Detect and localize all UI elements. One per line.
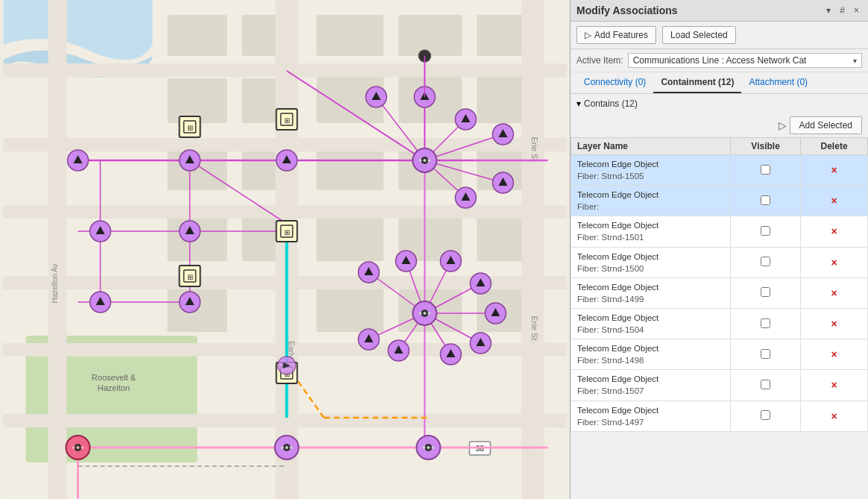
contains-header: ▾ Contains (12) xyxy=(570,94,868,113)
visible-checkbox[interactable] xyxy=(761,380,770,389)
svg-rect-36 xyxy=(48,0,67,499)
layer-name-cell: Telecom Edge ObjectFiber: Strnd-1500 xyxy=(571,247,731,277)
panel-close-btn[interactable]: × xyxy=(851,4,862,16)
delete-button[interactable]: × xyxy=(831,195,837,207)
contains-label: Contains (12) xyxy=(584,98,638,109)
tab-attachment[interactable]: Attachment (0) xyxy=(741,72,815,93)
svg-point-150 xyxy=(72,446,75,449)
svg-rect-18 xyxy=(317,213,384,261)
svg-point-155 xyxy=(281,446,284,449)
add-selected-label: Add Selected xyxy=(799,120,852,131)
visible-checkbox-cell[interactable] xyxy=(731,277,801,308)
visible-checkbox[interactable] xyxy=(761,287,770,297)
visible-checkbox[interactable] xyxy=(761,349,770,359)
active-item-dropdown[interactable]: Communications Line : Access Network Cat… xyxy=(628,53,862,68)
table-row[interactable]: Telecom Edge ObjectFiber: Strnd-1499× xyxy=(571,277,868,308)
svg-rect-31 xyxy=(4,138,567,151)
table-body: Telecom Edge ObjectFiber: Strnd-1505×Tel… xyxy=(571,155,868,432)
table-row[interactable]: Telecom Edge ObjectFiber: Strnd-1500× xyxy=(571,247,868,277)
layer-name-cell: Telecom Edge ObjectFiber: xyxy=(571,186,731,216)
panel-content[interactable]: ▾ Contains (12) ▷ Add Selected Layer Nam… xyxy=(570,94,868,499)
svg-text:⊞: ⊞ xyxy=(187,124,193,132)
table-row[interactable]: Telecom Edge ObjectFiber: Strnd-1505× xyxy=(571,155,868,186)
delete-cell[interactable]: × xyxy=(801,155,868,186)
svg-point-151 xyxy=(81,446,84,449)
panel-controls: ▾ # × xyxy=(823,4,862,16)
delete-cell[interactable]: × xyxy=(801,216,868,247)
delete-button[interactable]: × xyxy=(831,348,837,360)
svg-rect-32 xyxy=(4,205,567,219)
tab-containment[interactable]: Containment (12) xyxy=(653,72,741,93)
visible-checkbox-cell[interactable] xyxy=(731,186,801,216)
svg-text:Hazelton Av: Hazelton Av xyxy=(51,263,59,303)
visible-checkbox-cell[interactable] xyxy=(731,216,801,247)
load-selected-button[interactable]: Load Selected xyxy=(662,26,736,44)
delete-cell[interactable]: × xyxy=(801,308,868,339)
svg-text:Erie St: Erie St xyxy=(530,316,539,340)
panel-dropdown-btn[interactable]: ▾ xyxy=(823,4,834,16)
panel-titlebar: Modify Associations ▾ # × xyxy=(570,0,868,22)
svg-text:⊞: ⊞ xyxy=(284,228,290,236)
delete-cell[interactable]: × xyxy=(801,370,868,401)
visible-checkbox-cell[interactable] xyxy=(731,308,801,339)
svg-point-154 xyxy=(286,446,289,449)
svg-text:⊞: ⊞ xyxy=(284,116,290,125)
delete-cell[interactable]: × xyxy=(801,339,868,370)
delete-cell[interactable]: × xyxy=(801,401,868,431)
add-selected-arrow-icon: ▷ xyxy=(779,119,787,131)
active-item-label: Active Item: xyxy=(576,55,623,66)
col-layer-name: Layer Name xyxy=(571,138,731,155)
visible-checkbox-cell[interactable] xyxy=(731,247,801,277)
col-delete: Delete xyxy=(801,138,868,155)
visible-checkbox-cell[interactable] xyxy=(731,401,801,431)
delete-button[interactable]: × xyxy=(831,257,837,269)
delete-button[interactable]: × xyxy=(831,164,837,176)
visible-checkbox-cell[interactable] xyxy=(731,339,801,370)
layer-name-cell: Telecom Edge ObjectFiber: Strnd-1497 xyxy=(571,401,731,431)
svg-point-159 xyxy=(427,446,430,449)
svg-rect-7 xyxy=(242,78,280,123)
visible-checkbox[interactable] xyxy=(761,410,770,420)
svg-text:Roosevelt &: Roosevelt & xyxy=(92,373,136,382)
delete-cell[interactable]: × xyxy=(801,277,868,308)
delete-button[interactable]: × xyxy=(831,379,837,391)
visible-checkbox[interactable] xyxy=(761,195,770,205)
add-features-button[interactable]: ▷ Add Features xyxy=(576,26,656,44)
table-row[interactable]: Telecom Edge ObjectFiber: Strnd-1507× xyxy=(571,370,868,401)
table-row[interactable]: Telecom Edge ObjectFiber: Strnd-1497× xyxy=(571,401,868,431)
delete-button[interactable]: × xyxy=(831,225,837,237)
svg-point-126 xyxy=(419,312,422,315)
visible-checkbox-cell[interactable] xyxy=(731,370,801,401)
visible-checkbox-cell[interactable] xyxy=(731,155,801,186)
table-row[interactable]: Telecom Edge ObjectFiber:× xyxy=(571,186,868,216)
visible-checkbox[interactable] xyxy=(761,226,770,236)
add-selected-button[interactable]: Add Selected xyxy=(790,116,862,134)
panel-toolbar: ▷ Add Features Load Selected xyxy=(570,22,868,49)
delete-cell[interactable]: × xyxy=(801,247,868,277)
delete-button[interactable]: × xyxy=(831,287,837,299)
table-row[interactable]: Telecom Edge ObjectFiber: Strnd-1498× xyxy=(571,339,868,370)
svg-text:Hazelton: Hazelton xyxy=(98,383,130,392)
visible-checkbox[interactable] xyxy=(761,165,770,175)
svg-point-100 xyxy=(428,159,431,162)
contains-chevron-icon: ▾ xyxy=(576,98,581,109)
svg-rect-17 xyxy=(242,216,280,261)
svg-rect-30 xyxy=(4,63,567,77)
visible-checkbox[interactable] xyxy=(761,257,770,266)
svg-rect-35 xyxy=(4,414,567,427)
panel-title: Modify Associations xyxy=(576,4,678,16)
panel-pin-btn[interactable]: # xyxy=(837,4,848,16)
svg-point-127 xyxy=(428,312,431,315)
tab-connectivity[interactable]: Connectivity (0) xyxy=(576,72,653,93)
delete-cell[interactable]: × xyxy=(801,186,868,216)
dropdown-arrow-icon: ▾ xyxy=(853,57,857,65)
table-row[interactable]: Telecom Edge ObjectFiber: Strnd-1501× xyxy=(571,216,868,247)
associations-table: Layer Name Visible Delete Telecom Edge O… xyxy=(570,137,868,432)
delete-button[interactable]: × xyxy=(831,410,837,422)
layer-name-cell: Telecom Edge ObjectFiber: Strnd-1501 xyxy=(571,216,731,247)
delete-button[interactable]: × xyxy=(831,318,837,330)
svg-rect-1 xyxy=(168,15,227,56)
svg-text:Erie St: Erie St xyxy=(530,136,539,161)
table-row[interactable]: Telecom Edge ObjectFiber: Strnd-1504× xyxy=(571,308,868,339)
visible-checkbox[interactable] xyxy=(761,318,770,328)
